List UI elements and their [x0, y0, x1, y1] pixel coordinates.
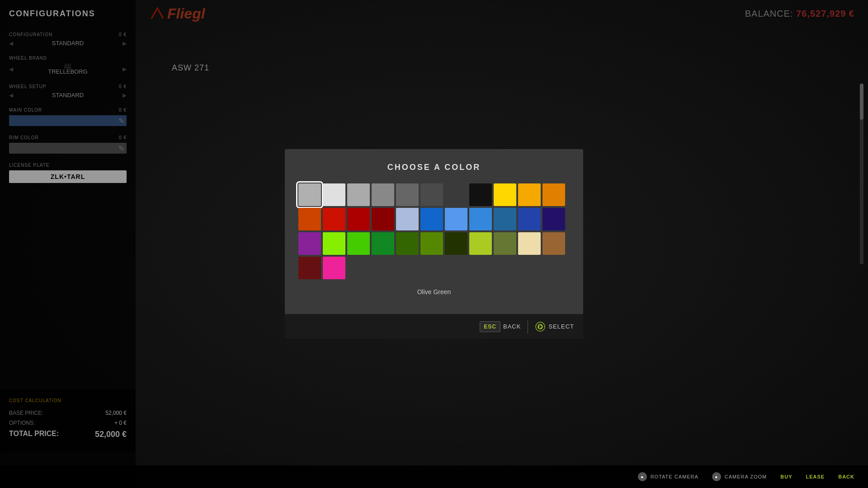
color-swatch-yellow[interactable] [494, 183, 516, 206]
color-swatch-brown[interactable] [542, 232, 565, 255]
modal-overlay: CHOOSE A COLOR [0, 0, 868, 488]
rotate-camera-icon: ● [638, 472, 647, 481]
select-button[interactable]: SELECT [535, 321, 574, 332]
color-swatch-maroon[interactable] [372, 208, 394, 230]
color-swatch-2[interactable] [347, 183, 370, 206]
select-label: SELECT [548, 323, 574, 330]
color-swatch-crimson[interactable] [323, 208, 345, 230]
modal-scrollbar[interactable] [860, 84, 863, 264]
color-swatch-3[interactable] [372, 183, 394, 206]
color-swatch-bright-blue[interactable] [445, 208, 467, 230]
color-swatch-cream[interactable] [518, 232, 541, 255]
color-swatch-0[interactable] [298, 183, 321, 206]
color-swatch-olive[interactable] [420, 232, 443, 255]
back-label[interactable]: BACK [838, 474, 854, 479]
color-swatch-black[interactable] [469, 183, 492, 206]
color-swatch-dark-olive[interactable] [445, 232, 467, 255]
lease-hint[interactable]: LEASE [806, 474, 825, 479]
controller-icon [535, 321, 546, 332]
camera-zoom-label: CAMERA ZOOM [725, 474, 767, 479]
color-swatch-yellow-green[interactable] [469, 232, 492, 255]
color-swatch-orange-red[interactable] [298, 208, 321, 230]
rotate-camera-label: ROTATE CAMERA [651, 474, 698, 479]
color-swatch-steel-blue[interactable] [494, 208, 516, 230]
color-swatch-light-blue[interactable] [396, 208, 419, 230]
selected-color-name: Olive Green [298, 288, 570, 296]
buy-label[interactable]: BUY [780, 474, 792, 479]
color-swatch-dark-maroon[interactable] [298, 257, 321, 279]
modal-separator [528, 320, 528, 333]
lease-label[interactable]: LEASE [806, 474, 825, 479]
color-grid [298, 183, 570, 279]
color-swatch-forest-green[interactable] [396, 232, 419, 255]
color-swatch-navy[interactable] [542, 208, 565, 230]
color-swatch-purple[interactable] [298, 232, 321, 255]
color-swatch-olive-green[interactable] [494, 232, 516, 255]
color-swatch-4[interactable] [396, 183, 419, 206]
color-swatch-royal-blue[interactable] [518, 208, 541, 230]
camera-zoom-icon: ● [712, 472, 721, 481]
color-swatch-dark-orange[interactable] [542, 183, 565, 206]
color-swatch-bright-green[interactable] [347, 232, 370, 255]
modal-title: CHOOSE A COLOR [298, 163, 570, 172]
color-swatch-blue[interactable] [420, 208, 443, 230]
color-swatch-amber[interactable] [518, 183, 541, 206]
camera-zoom-hint: ● CAMERA ZOOM [712, 472, 767, 481]
color-swatch-lime-yellow[interactable] [323, 232, 345, 255]
scrollbar-thumb[interactable] [860, 84, 863, 120]
color-swatch-empty-1 [445, 183, 467, 206]
color-swatch-1[interactable] [323, 183, 345, 206]
bottom-bar: ● ROTATE CAMERA ● CAMERA ZOOM BUY LEASE … [0, 465, 868, 488]
back-hint[interactable]: BACK [838, 474, 854, 479]
color-swatch-medium-blue[interactable] [469, 208, 492, 230]
color-swatch-dark-red[interactable] [347, 208, 370, 230]
color-swatch-hot-pink[interactable] [323, 257, 345, 279]
esc-key-label[interactable]: ESC [480, 321, 500, 332]
color-swatch-dark-green[interactable] [372, 232, 394, 255]
esc-button[interactable]: ESC BACK [480, 321, 521, 332]
color-picker-modal: CHOOSE A COLOR [285, 149, 583, 339]
buy-hint[interactable]: BUY [780, 474, 792, 479]
back-label: BACK [503, 323, 521, 330]
rotate-camera-hint: ● ROTATE CAMERA [638, 472, 698, 481]
color-swatch-5[interactable] [420, 183, 443, 206]
modal-bottom-bar: ESC BACK SELECT [285, 314, 583, 339]
